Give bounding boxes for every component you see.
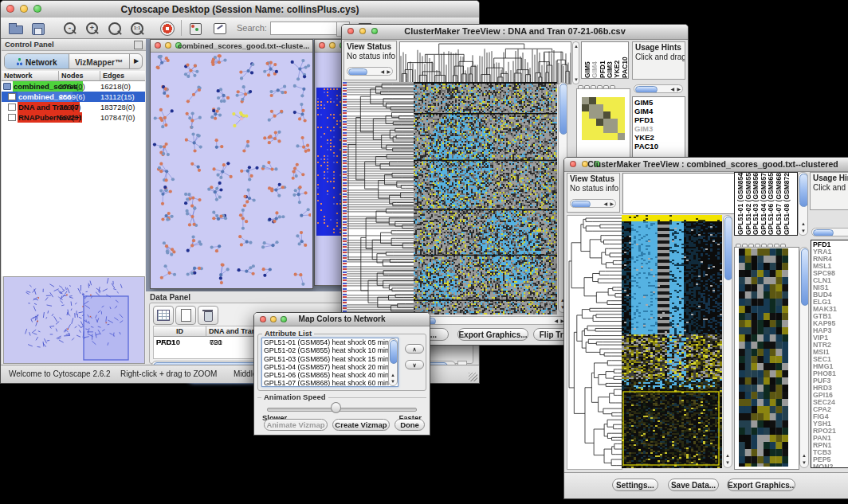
attribute-list-item[interactable]: GPL51-03 (GSM856) heat shock 15 min (264, 355, 396, 363)
global-heatmap-canvas[interactable] (622, 215, 722, 468)
dialog-titlebar[interactable]: Map Colors to Network (254, 313, 430, 326)
slider-thumb[interactable] (331, 402, 341, 413)
usage-hints-scrollbar[interactable] (811, 228, 848, 236)
view-status-scrollbar[interactable]: ◀▶ (570, 199, 616, 208)
network-list-row[interactable]: combined_sco2569(6)13112(15) (2, 92, 145, 102)
document-icon (8, 114, 16, 121)
summary-cell (618, 111, 625, 119)
row-label[interactable]: GIM3 (634, 124, 683, 133)
network-list-row[interactable]: combined_scores_2764(0)16218(0) (2, 81, 145, 92)
select-attributes-icon[interactable] (153, 306, 174, 325)
col-edges[interactable]: Edges (100, 71, 145, 81)
column-labels-vscrollbar[interactable]: ▲▼ (798, 172, 808, 236)
column-label: PAC10 (621, 42, 628, 78)
network-list: combined_scores_2764(0)16218(0)combined_… (2, 81, 145, 123)
animate-vizmap-button[interactable]: Animate Vizmap (264, 419, 328, 431)
row-dendrogram-canvas[interactable] (347, 82, 414, 313)
close-icon[interactable] (319, 42, 325, 49)
row-label[interactable]: YKE2 (634, 133, 683, 142)
attribute-list-item[interactable]: GPL51-04 (GSM857) heat shock 20 min (264, 363, 396, 371)
save-data-button[interactable]: Save Data... (668, 479, 719, 491)
attribute-list-item[interactable]: GPL51-01 (GSM854) heat shock 05 min (264, 338, 396, 346)
main-titlebar[interactable]: Cytoscape Desktop (Session Name: collins… (1, 1, 479, 18)
tab-vizmapper[interactable]: VizMapper™ (69, 54, 129, 68)
animation-speed-slider[interactable] (267, 408, 417, 412)
network-window-a-title: combined_scores_good.txt--cluste... (178, 41, 309, 50)
open-file-icon[interactable] (6, 19, 26, 38)
column-label: YKE2 (613, 42, 620, 78)
annotation-icon[interactable] (210, 19, 230, 38)
minimize-icon[interactable] (165, 42, 171, 49)
attribute-list-item[interactable]: GPL51-02 (GSM855) heat shock 10 min (264, 346, 396, 354)
zoom-heatmap-canvas[interactable] (739, 248, 788, 467)
delete-attribute-icon[interactable] (198, 306, 218, 325)
global-heatmap-canvas[interactable] (414, 82, 557, 315)
summary-cell (596, 126, 603, 133)
column-labels: GPL51-01 (GSM854)GPL51-02 (GSM855)GPL51-… (734, 172, 798, 236)
more-tabs-button[interactable]: ▶ (129, 54, 143, 68)
export-graphics-button[interactable]: Export Graphics... (457, 328, 528, 341)
zoom-selected-region-icon[interactable] (104, 19, 125, 38)
column-dendrogram-canvas[interactable] (399, 41, 571, 84)
row-label[interactable]: PFD1 (634, 115, 683, 124)
col-id[interactable]: ID (154, 326, 206, 337)
network-list-row[interactable]: DNA and Tran 07769(0)183728(0) (2, 102, 145, 112)
plugin-manager-icon[interactable] (186, 19, 206, 38)
col-network[interactable]: Network (2, 71, 59, 81)
save-session-icon[interactable] (28, 19, 49, 38)
row-label[interactable]: GIM4 (634, 107, 683, 115)
attribute-list-scrollbar[interactable]: ▲▼ (388, 338, 398, 386)
network-list-row[interactable]: RNAPuberNov2+!563(0)107847(0) (2, 112, 145, 123)
attribute-list-item[interactable]: GPL51-07 (GSM868) heat shock 60 min (264, 379, 396, 387)
zoom-in-icon[interactable]: + (82, 19, 103, 38)
summary-cell (589, 104, 596, 111)
zoom-fit-icon[interactable]: 1:1 (127, 19, 147, 38)
gene-label[interactable]: MON2 (813, 463, 848, 468)
zoom-out-icon[interactable]: - (60, 19, 80, 38)
view-status-scrollbar[interactable]: ◀▶ (347, 67, 393, 76)
status-hint-zoom: Right-click + drag to ZOOM (120, 369, 217, 378)
summary-heatmap[interactable] (582, 97, 625, 140)
new-attribute-icon[interactable] (175, 306, 196, 325)
row-label[interactable]: GIM5 (634, 98, 683, 107)
dendrogram-vscrollbar[interactable]: ▲▼ (572, 41, 579, 84)
close-icon[interactable] (155, 42, 161, 49)
row-label[interactable]: PAC10 (634, 142, 683, 150)
settings-button[interactable]: Settings... (612, 479, 658, 491)
tab-network[interactable]: Network (5, 54, 69, 68)
birdseye-canvas[interactable] (4, 277, 143, 361)
move-up-button[interactable]: ∧ (405, 344, 424, 354)
control-panel-tabs: Network VizMapper™ ▶ (4, 53, 143, 69)
treeview1-titlebar[interactable]: ClusterMaker TreeView : DNA and Tran 07-… (342, 25, 688, 40)
zoom-vscrollbar[interactable]: ▲▼ (799, 247, 809, 468)
network-view-canvas[interactable] (151, 53, 311, 287)
usage-hints-scrollbar[interactable]: ◀▶ (634, 84, 683, 93)
usage-hints-text: Click and drag to (635, 53, 682, 62)
done-button[interactable]: Done (395, 419, 425, 431)
window-resize-grip[interactable] (469, 373, 477, 381)
heatmap-vscrollbar[interactable]: ▲▼ (723, 215, 732, 468)
attribute-list-item[interactable]: GPL51-06 (GSM865) heat shock 40 min (264, 371, 396, 379)
treeview2-titlebar[interactable]: ClusterMaker TreeView : combined_scores_… (564, 158, 848, 172)
float-panel-icon[interactable] (134, 41, 143, 49)
search-input[interactable] (270, 21, 337, 35)
create-vizmap-button[interactable]: Create Vizmap (332, 419, 390, 431)
minimize-icon[interactable] (329, 42, 336, 49)
view-status-panel: View Status No status info f ◀▶ (344, 41, 397, 80)
move-down-button[interactable]: ∨ (405, 360, 424, 369)
help-icon[interactable] (157, 19, 178, 38)
summary-cell (582, 97, 589, 104)
usage-hints-panel: Usage Hints Click and drag to (632, 41, 685, 80)
col-nodes[interactable]: Nodes (59, 71, 100, 81)
animation-speed-label: Animation Speed (261, 393, 328, 401)
row-dendrogram-canvas[interactable] (567, 215, 622, 470)
summary-cell (603, 119, 610, 126)
network-window-a-titlebar[interactable]: combined_scores_good.txt--cluste... (151, 40, 312, 53)
row-id[interactable]: PFD1 (156, 337, 204, 347)
view-status-title: View Status (347, 42, 394, 52)
export-graphics-button[interactable]: Export Graphics... (727, 479, 795, 491)
column-label: GPL51-04 (GSM857) (760, 173, 768, 235)
column-label: GIM4 (591, 42, 598, 78)
column-label: GPL51-07 (GSM868) (775, 173, 783, 235)
document-icon (8, 93, 16, 100)
